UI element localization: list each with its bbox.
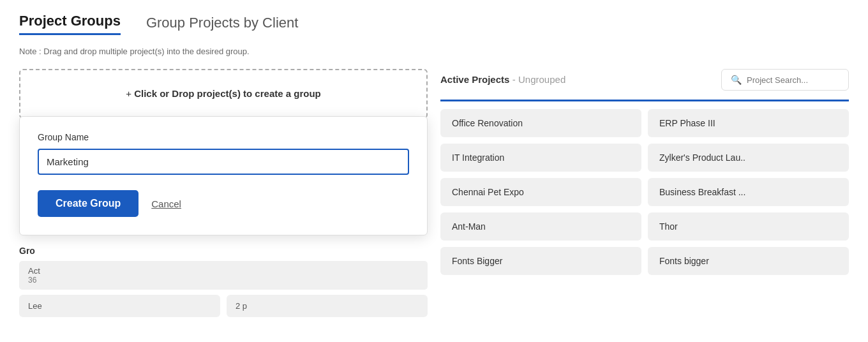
project-card-8[interactable]: Fonts Bigger [440,247,641,275]
search-box[interactable]: 🔍 [721,69,849,91]
drop-zone-text: + Click or Drop project(s) to create a g… [126,88,321,99]
group-row: Lee 2 p [19,295,428,317]
active-projects-label: Active Projects [440,74,509,85]
active-projects-label-group: Active Projects - Ungrouped [440,74,565,86]
drop-zone-prefix: + [126,88,134,99]
create-group-button[interactable]: Create Group [38,190,138,217]
group-card-lee: Lee [19,295,220,317]
groups-header-text: Gro [19,246,35,256]
modal-actions: Create Group Cancel [38,190,409,217]
project-card-6[interactable]: Ant-Man [440,212,641,241]
drop-zone[interactable]: + Click or Drop project(s) to create a g… [19,69,428,119]
groups-section: Gro Act 36 Lee 2 p [19,246,428,317]
group-item-1-count: 36 [28,276,419,285]
right-panel: Active Projects - Ungrouped 🔍 Office Ren… [440,69,849,275]
tab-group-projects-by-client[interactable]: Group Projects by Client [146,15,298,35]
left-panel: + Click or Drop project(s) to create a g… [19,69,428,317]
drag-drop-note: Note : Drag and drop multiple project(s)… [19,47,849,56]
project-card-7[interactable]: Thor [648,212,849,241]
project-card-3[interactable]: Zylker's Product Lau.. [648,144,849,172]
group-name-input[interactable] [38,149,409,175]
tab-project-groups[interactable]: Project Groups [19,13,121,35]
main-layout: + Click or Drop project(s) to create a g… [19,69,849,317]
drop-zone-bold: Click or Drop project(s) to create a gro… [134,88,321,99]
project-card-9[interactable]: Fonts bigger [648,247,849,275]
project-card-2[interactable]: IT Integration [440,144,641,172]
create-group-modal: Group Name Create Group Cancel [19,116,428,235]
group-item-1: Act 36 [19,261,428,290]
groups-header: Gro [19,246,428,256]
search-icon: 🔍 [731,75,742,85]
group-item-1-label: Act [28,266,419,276]
project-card-1[interactable]: ERP Phase III [648,109,849,137]
right-panel-header: Active Projects - Ungrouped 🔍 [440,69,849,91]
project-card-5[interactable]: Business Breakfast ... [648,178,849,206]
project-card-0[interactable]: Office Renovation [440,109,641,137]
group-name-label: Group Name [38,132,409,142]
header-tabs: Project Groups Group Projects by Client [19,13,849,35]
group-card-lee-count: 2 p [227,295,428,317]
cancel-button[interactable]: Cancel [151,198,181,209]
projects-grid: Office Renovation ERP Phase III IT Integ… [440,100,849,275]
project-card-4[interactable]: Chennai Pet Expo [440,178,641,206]
project-search-input[interactable] [747,75,836,85]
ungrouped-label: - Ungrouped [513,74,565,85]
